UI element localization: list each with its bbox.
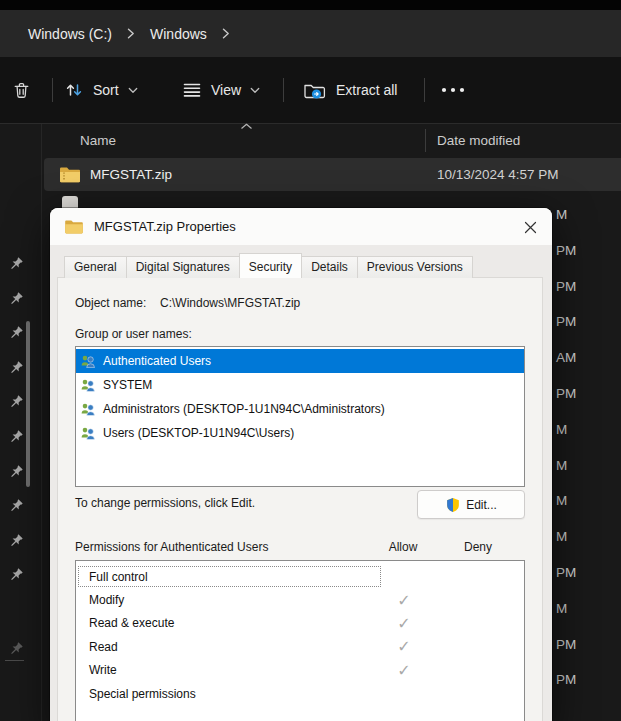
more-options-button[interactable] <box>432 71 474 109</box>
users-group-icon <box>80 355 96 368</box>
delete-button[interactable] <box>4 71 39 109</box>
pin-icon[interactable] <box>9 498 25 514</box>
window-top-strip <box>0 0 621 10</box>
group-user-names-label: Group or user names: <box>75 327 192 341</box>
extract-archive-icon <box>303 81 327 100</box>
edit-button-label: Edit... <box>466 498 497 512</box>
file-name: MFGSTAT.zip <box>90 167 172 182</box>
sidebar-divider <box>5 660 24 661</box>
clipped-date-text: M <box>556 601 567 617</box>
breadcrumb-item-windows[interactable]: Windows <box>142 21 215 47</box>
tab-details[interactable]: Details <box>301 256 358 278</box>
file-date-modified: 10/13/2024 4:57 PM <box>437 167 559 182</box>
close-button[interactable] <box>521 218 539 236</box>
tab-previous-versions[interactable]: Previous Versions <box>357 256 473 278</box>
clipped-date-text: PM <box>556 386 576 402</box>
view-button[interactable]: View <box>174 71 268 109</box>
permission-row-full-control[interactable]: Full control <box>76 565 524 588</box>
tab-general[interactable]: General <box>64 256 127 278</box>
clipped-date-text: PM <box>556 314 576 330</box>
chevron-down-icon <box>250 87 260 94</box>
ellipsis-icon <box>440 87 466 93</box>
permission-name: Special permissions <box>89 687 196 701</box>
extract-all-button[interactable]: Extract all <box>295 71 405 109</box>
clipped-date-text: M <box>556 458 567 474</box>
group-name: Users (DESKTOP-1U1N94C\Users) <box>103 426 294 440</box>
group-user-names-list: Authenticated Users SYSTEM <box>75 346 525 487</box>
extract-all-label: Extract all <box>336 82 397 98</box>
chevron-down-icon <box>128 87 138 94</box>
permission-row-read-execute[interactable]: Read & execute ✓ <box>76 612 524 635</box>
sort-button[interactable]: Sort <box>56 71 146 109</box>
dialog-tabs: General Digital Signatures Security Deta… <box>64 252 472 278</box>
clipped-date-text: M <box>556 529 567 545</box>
permission-name: Full control <box>89 570 148 584</box>
group-row-authenticated-users[interactable]: Authenticated Users <box>76 349 524 373</box>
pin-icon[interactable] <box>9 641 25 657</box>
deny-column-header: Deny <box>450 540 506 554</box>
breadcrumb: Windows (C:) Windows <box>0 10 621 57</box>
chevron-right-icon <box>222 28 230 39</box>
navigation-pane-collapsed <box>0 124 42 721</box>
tab-security[interactable]: Security <box>239 253 302 278</box>
allow-checkmark: ✓ <box>389 591 419 610</box>
breadcrumb-item-drive[interactable]: Windows (C:) <box>20 21 120 47</box>
permission-row-write[interactable]: Write ✓ <box>76 659 524 682</box>
allow-checkmark: ✓ <box>389 661 419 680</box>
allow-column-header: Allow <box>375 540 431 554</box>
clipped-date-text: PM <box>556 279 576 295</box>
group-row-users[interactable]: Users (DESKTOP-1U1N94C\Users) <box>76 421 524 445</box>
dialog-title: MFGSTAT.zip Properties <box>94 219 236 234</box>
column-header-name[interactable]: Name <box>80 133 116 148</box>
object-name-value: C:\Windows\MFGSTAT.zip <box>160 296 300 310</box>
pin-icon[interactable] <box>9 464 25 480</box>
column-header-row: Name Date modified <box>42 124 621 157</box>
pin-icon[interactable] <box>9 533 25 549</box>
permission-row-modify[interactable]: Modify ✓ <box>76 588 524 611</box>
column-header-date-modified[interactable]: Date modified <box>437 133 520 148</box>
object-name-label: Object name: <box>75 296 146 310</box>
clipped-date-text: PM <box>556 243 576 259</box>
properties-dialog: MFGSTAT.zip Properties General Digital S… <box>50 208 552 721</box>
pin-icon[interactable] <box>9 360 25 376</box>
zip-folder-icon <box>64 219 84 234</box>
dialog-title-bar[interactable]: MFGSTAT.zip Properties <box>50 208 552 246</box>
edit-permissions-button[interactable]: Edit... <box>417 490 525 519</box>
permission-name: Modify <box>89 593 124 607</box>
view-label: View <box>211 82 241 98</box>
permission-name: Write <box>89 663 117 677</box>
pin-icon[interactable] <box>9 256 25 272</box>
toolbar-divider <box>52 78 53 102</box>
users-group-icon <box>80 403 96 416</box>
command-toolbar: Sort View <box>0 57 621 124</box>
permission-name: Read <box>89 640 118 654</box>
view-list-icon <box>182 82 202 98</box>
pin-icon[interactable] <box>9 325 25 341</box>
group-name: Administrators (DESKTOP-1U1N94C\Administ… <box>103 402 385 416</box>
sort-label: Sort <box>93 82 119 98</box>
pin-icon[interactable] <box>9 291 25 307</box>
zip-folder-icon <box>59 166 81 183</box>
clipped-date-text: PM <box>556 637 576 653</box>
edit-hint-text: To change permissions, click Edit. <box>75 496 255 510</box>
tab-digital-signatures[interactable]: Digital Signatures <box>126 256 240 278</box>
permission-row-special-permissions[interactable]: Special permissions <box>76 682 524 705</box>
file-row-mfgstat-zip[interactable]: MFGSTAT.zip 10/13/2024 4:57 PM <box>44 158 621 191</box>
toolbar-divider <box>283 78 284 102</box>
users-group-icon <box>80 427 96 440</box>
pin-icon[interactable] <box>9 567 25 583</box>
pin-icon[interactable] <box>9 394 25 410</box>
allow-checkmark: ✓ <box>389 637 419 656</box>
group-row-administrators[interactable]: Administrators (DESKTOP-1U1N94C\Administ… <box>76 397 524 421</box>
trash-icon <box>12 81 31 100</box>
group-row-system[interactable]: SYSTEM <box>76 373 524 397</box>
pin-icon[interactable] <box>9 429 25 445</box>
sort-arrows-icon <box>64 81 84 99</box>
clipped-date-text: PM <box>556 672 576 688</box>
clipped-date-text: M <box>556 422 567 438</box>
permission-row-read[interactable]: Read ✓ <box>76 635 524 658</box>
permissions-for-label: Permissions for Authenticated Users <box>75 540 268 554</box>
sidebar-scrollbar[interactable] <box>26 321 30 487</box>
clipped-date-text: AM <box>556 350 576 366</box>
column-divider[interactable] <box>425 129 426 152</box>
